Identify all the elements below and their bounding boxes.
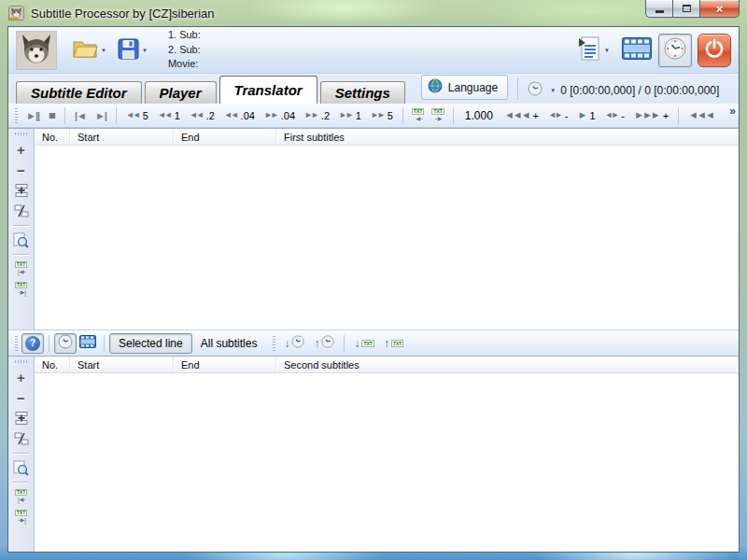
speed-up-large-button[interactable]: ►►►+ bbox=[629, 109, 673, 122]
split-line-button[interactable] bbox=[11, 202, 32, 220]
time-view-button[interactable] bbox=[658, 34, 692, 67]
previous-line-button[interactable]: |◄ bbox=[70, 109, 91, 122]
insert-line-button[interactable] bbox=[11, 181, 32, 200]
shift-subtitle-back-button[interactable]: TXT ◄··· bbox=[408, 108, 428, 123]
toolbar-grip[interactable] bbox=[15, 336, 18, 351]
split-line-button[interactable] bbox=[11, 429, 32, 448]
separator bbox=[453, 107, 454, 124]
subtitle-list-button[interactable]: ▼ bbox=[574, 33, 613, 67]
insert-line-button[interactable] bbox=[11, 409, 32, 427]
add-line-button[interactable]: + bbox=[11, 368, 32, 386]
clock-small-icon bbox=[58, 334, 73, 353]
globe-icon bbox=[428, 78, 443, 96]
titlebar[interactable]: sub Subtitle Processor by [CZ]siberian × bbox=[0, 0, 747, 26]
tab-settings[interactable]: Settings bbox=[320, 81, 405, 104]
play-pause-button[interactable]: ►|| bbox=[21, 109, 44, 122]
movie-label: Movie: bbox=[168, 57, 201, 72]
frame-mode-button[interactable] bbox=[77, 333, 99, 354]
seek-fwd-004-button[interactable]: ►►.04 bbox=[260, 109, 300, 122]
separator bbox=[13, 254, 30, 255]
seek-fwd-02-button[interactable]: ►►.2 bbox=[300, 109, 334, 122]
toolbar-grip[interactable] bbox=[273, 336, 275, 351]
column-header-end[interactable]: End bbox=[174, 129, 276, 145]
column-header-start[interactable]: Start bbox=[70, 357, 174, 372]
shift-right-icon: ··►| bbox=[18, 289, 24, 297]
all-subtitles-button[interactable]: All subtitles bbox=[192, 333, 266, 354]
forward-icon: ►► bbox=[264, 111, 277, 119]
move-subtitle-back-button[interactable]: TXT |◄·· bbox=[11, 487, 32, 506]
toolbar-grip[interactable] bbox=[15, 360, 28, 363]
seek-back-02-button[interactable]: ◄◄.2 bbox=[185, 109, 219, 122]
language-button[interactable]: Language bbox=[421, 75, 508, 100]
open-file-button[interactable]: ▼ bbox=[69, 35, 109, 64]
tab-player[interactable]: Player bbox=[145, 81, 217, 104]
search-button[interactable] bbox=[11, 231, 32, 249]
maximize-button[interactable] bbox=[672, 0, 699, 18]
speed-up-small-button[interactable]: ◄►- bbox=[600, 109, 630, 122]
seek-back-004-button[interactable]: ◄◄.04 bbox=[219, 109, 260, 122]
seek-fwd-5-button[interactable]: ►►5 bbox=[366, 109, 398, 122]
seek-back-5-button[interactable]: ◄◄5 bbox=[121, 109, 153, 122]
first-subtitles-header: No. Start End First subtitles bbox=[35, 129, 739, 146]
shift-right-icon: ··►| bbox=[18, 517, 24, 525]
tab-translator[interactable]: Translator bbox=[219, 76, 317, 104]
seek-back-1-button[interactable]: ◄◄1 bbox=[153, 109, 185, 122]
copy-times-down-button[interactable]: ↓ bbox=[279, 335, 309, 352]
shift-subtitle-forward-button[interactable]: TXT ···► bbox=[428, 108, 447, 123]
toolbar-overflow-chevron[interactable]: » bbox=[729, 105, 736, 118]
move-subtitle-forward-button[interactable]: TXT ··►| bbox=[11, 508, 32, 526]
copy-text-down-button[interactable]: ↓ TXT bbox=[349, 337, 378, 350]
txt-icon: TXT bbox=[15, 261, 27, 268]
toolbar-grip[interactable] bbox=[15, 133, 28, 135]
move-subtitle-back-button[interactable]: TXT |◄·· bbox=[11, 259, 32, 278]
remove-line-button[interactable]: − bbox=[11, 161, 32, 179]
move-subtitle-forward-button[interactable]: TXT ··►| bbox=[11, 280, 32, 299]
separator bbox=[13, 453, 30, 454]
sync-mode-button[interactable]: ? bbox=[21, 333, 44, 354]
chevron-down-icon[interactable]: ▼ bbox=[142, 48, 148, 53]
copy-times-up-button[interactable]: ↑ bbox=[309, 335, 339, 352]
sub2-label: 2. Sub: bbox=[168, 43, 201, 58]
speed-reset-button[interactable]: ►1 bbox=[572, 109, 599, 122]
exit-button[interactable] bbox=[698, 34, 731, 67]
rewind-all-button[interactable]: ◄◄◄ bbox=[684, 109, 718, 121]
close-button[interactable]: × bbox=[699, 0, 740, 18]
save-file-button[interactable]: ▼ bbox=[115, 35, 150, 65]
column-header-no[interactable]: No. bbox=[35, 129, 70, 145]
speed-down-large-button[interactable]: ◄◄◄+ bbox=[500, 109, 543, 122]
toolbar-grip[interactable] bbox=[15, 108, 18, 123]
maximize-icon bbox=[683, 5, 691, 12]
speed-down-small-button[interactable]: ◄►- bbox=[543, 109, 573, 122]
copy-text-up-button[interactable]: ↑ TXT bbox=[379, 337, 408, 350]
client-area: ▼ ▼ 1. Sub: 2. Sub: Movie: bbox=[7, 26, 740, 553]
shift-left-icon: |◄·· bbox=[18, 269, 24, 276]
movie-view-button[interactable] bbox=[620, 34, 654, 67]
add-line-button[interactable]: + bbox=[11, 140, 32, 159]
chevron-down-icon[interactable]: ▼ bbox=[604, 48, 610, 53]
rewind-icon: ◄◄ bbox=[158, 111, 171, 119]
chevron-down-icon[interactable]: ▼ bbox=[550, 88, 556, 93]
chevron-down-icon[interactable]: ▼ bbox=[101, 48, 106, 53]
minimize-button[interactable] bbox=[645, 0, 672, 18]
column-header-start[interactable]: Start bbox=[70, 129, 174, 145]
second-subtitles-side-toolbar: + − bbox=[8, 357, 35, 552]
column-header-second-subtitles[interactable]: Second subtitles bbox=[276, 357, 739, 372]
playback-speed-value[interactable]: 1.000 bbox=[458, 109, 500, 122]
column-header-no[interactable]: No. bbox=[35, 357, 70, 372]
search-button[interactable] bbox=[11, 458, 32, 477]
time-mode-button[interactable] bbox=[54, 333, 77, 354]
second-subtitles-list[interactable] bbox=[35, 373, 739, 552]
stop-button[interactable]: ■ bbox=[44, 107, 60, 123]
next-line-button[interactable]: ►| bbox=[91, 109, 111, 122]
remove-line-button[interactable]: − bbox=[11, 388, 32, 407]
separator bbox=[13, 482, 30, 483]
separator bbox=[49, 335, 49, 352]
triple-right-icon: ►►► bbox=[634, 110, 659, 120]
seek-fwd-1-button[interactable]: ►►1 bbox=[334, 109, 366, 122]
selected-line-button[interactable]: Selected line bbox=[109, 333, 192, 354]
view-toolbar: ▼ bbox=[571, 33, 731, 67]
tab-subtitle-editor[interactable]: Subtitle Editor bbox=[16, 81, 142, 104]
first-subtitles-list[interactable] bbox=[35, 146, 739, 329]
column-header-end[interactable]: End bbox=[174, 357, 276, 372]
column-header-first-subtitles[interactable]: First subtitles bbox=[276, 129, 739, 145]
